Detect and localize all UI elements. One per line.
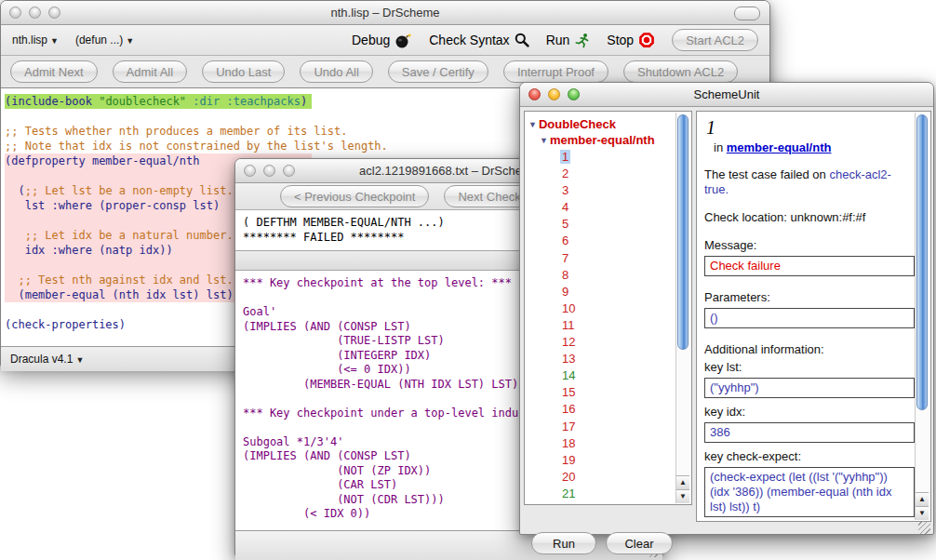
test-case-20[interactable]: 20 <box>560 469 689 486</box>
key-idx-field[interactable]: 386 <box>704 422 915 443</box>
minimize-button[interactable] <box>548 88 560 100</box>
test-detail: 1 in member-equal/nth The test case fail… <box>697 112 930 517</box>
tree-scrollbar[interactable]: ▲ ▼ <box>675 113 690 503</box>
test-case-18[interactable]: 18 <box>560 435 689 452</box>
detail-scrollbar[interactable]: ▲ ▼ <box>915 113 929 520</box>
test-case-number[interactable]: 7 <box>560 251 570 265</box>
language-dropdown[interactable]: Dracula v4.1▼ <box>10 353 84 366</box>
test-case-number[interactable]: 5 <box>560 217 570 231</box>
titlebar-schemeunit[interactable]: SchemeUnit <box>520 83 933 107</box>
test-case-16[interactable]: 16 <box>560 401 689 418</box>
key-check-expect-field[interactable]: (check-expect (let ((lst '("yyhhp")) (id… <box>704 467 915 517</box>
scroll-up-arrow[interactable]: ▲ <box>676 475 689 489</box>
test-case-number[interactable]: 14 <box>560 368 577 382</box>
message-field[interactable]: Check failure <box>704 256 915 276</box>
test-case-number[interactable]: 15 <box>560 385 577 399</box>
test-case-7[interactable]: 7 <box>560 250 689 267</box>
test-case-19[interactable]: 19 <box>560 452 689 469</box>
previous-checkpoint-button[interactable]: < Previous Checkpoint <box>280 185 429 207</box>
window-title-main: nth.lisp – DrScheme <box>330 6 439 20</box>
scroll-up-arrow[interactable]: ▲ <box>916 492 929 506</box>
tree-node-suite[interactable]: ▼member-equal/nth <box>528 132 689 148</box>
expand-triangle-icon[interactable]: ▼ <box>528 120 537 129</box>
key-lst-field[interactable]: ("yyhhp") <box>704 378 915 398</box>
test-case-number[interactable]: 13 <box>560 352 577 366</box>
zoom-button[interactable] <box>48 7 60 19</box>
test-case-14[interactable]: 14 <box>560 367 689 384</box>
test-case-number[interactable]: 9 <box>560 285 570 299</box>
scroll-down-arrow[interactable]: ▼ <box>676 489 689 503</box>
scrollbar-thumb[interactable] <box>916 114 928 410</box>
shutdown-acl2-button[interactable]: Shutdown ACL2 <box>623 60 738 83</box>
test-case-9[interactable]: 9 <box>560 284 689 300</box>
close-button[interactable] <box>244 165 256 177</box>
parameters-field[interactable]: () <box>704 308 915 328</box>
save-certify-button[interactable]: Save / Certify <box>388 60 488 83</box>
close-button[interactable] <box>528 88 541 100</box>
clear-button[interactable]: Clear <box>606 532 673 554</box>
window-controls-schemeunit <box>528 83 580 106</box>
additional-info-label: Additional information: <box>704 342 921 356</box>
test-case-3[interactable]: 3 <box>560 182 689 199</box>
debug-button[interactable]: Debug <box>352 33 412 48</box>
test-case-number[interactable]: 12 <box>560 335 577 349</box>
resize-grip-icon[interactable] <box>918 522 930 534</box>
test-case-number[interactable]: 6 <box>560 233 570 247</box>
test-case-number[interactable]: 21 <box>560 487 577 500</box>
suite-link[interactable]: member-equal/nth <box>727 140 832 154</box>
test-case-number[interactable]: 10 <box>560 301 577 315</box>
minimize-button[interactable] <box>263 165 275 177</box>
test-case-number[interactable]: 11 <box>560 318 577 332</box>
interrupt-proof-button[interactable]: Interrupt Proof <box>503 60 608 83</box>
test-case-4[interactable]: 4 <box>560 199 689 216</box>
test-case-10[interactable]: 10 <box>560 300 689 317</box>
close-button[interactable] <box>9 7 21 19</box>
test-case-8[interactable]: 8 <box>560 267 689 284</box>
check-syntax-button[interactable]: Check Syntax <box>429 33 528 47</box>
admit-all-button[interactable]: Admit All <box>113 60 188 83</box>
test-case-5[interactable]: 5 <box>560 216 689 233</box>
test-case-6[interactable]: 6 <box>560 233 689 249</box>
undo-all-button[interactable]: Undo All <box>300 60 372 83</box>
titlebar-main[interactable]: nth.lisp – DrScheme <box>1 1 769 25</box>
test-case-list: 123456789101112131415161718192021 <box>560 149 689 502</box>
test-case-number[interactable]: 3 <box>560 183 570 197</box>
test-case-number[interactable]: 8 <box>560 268 570 282</box>
test-case-number[interactable]: 1 <box>560 150 570 164</box>
file-dropdown[interactable]: nth.lisp▼ <box>12 33 59 47</box>
test-case-17[interactable]: 17 <box>560 419 689 435</box>
undo-last-button[interactable]: Undo Last <box>202 60 285 83</box>
run-label: Run <box>546 33 570 47</box>
test-case-number[interactable]: 2 <box>560 167 570 180</box>
test-case-1[interactable]: 1 <box>560 149 689 166</box>
test-case-21[interactable]: 21 <box>560 486 689 502</box>
test-case-13[interactable]: 13 <box>560 351 689 367</box>
run-tests-button[interactable]: Run <box>531 532 596 554</box>
test-case-number[interactable]: 4 <box>560 200 570 214</box>
zoom-button[interactable] <box>568 88 580 100</box>
test-case-15[interactable]: 15 <box>560 384 689 401</box>
defun-dropdown[interactable]: (defun ...)▼ <box>75 33 134 47</box>
collapse-widget[interactable] <box>734 7 760 20</box>
tree-root-label: DoubleCheck <box>539 117 616 131</box>
run-button[interactable]: Run <box>546 33 591 48</box>
scrollbar-thumb[interactable] <box>677 114 689 350</box>
admit-next-button[interactable]: Admit Next <box>10 60 98 83</box>
tree-node-doublecheck[interactable]: ▼DoubleCheck <box>528 116 689 132</box>
expand-triangle-icon[interactable]: ▼ <box>540 136 548 145</box>
scroll-down-arrow[interactable]: ▼ <box>916 506 929 520</box>
test-case-11[interactable]: 11 <box>560 317 689 334</box>
chevron-down-icon: ▼ <box>126 36 134 46</box>
test-case-2[interactable]: 2 <box>560 166 689 182</box>
test-case-number[interactable]: 19 <box>560 453 577 467</box>
test-case-12[interactable]: 12 <box>560 334 689 351</box>
stop-button[interactable]: Stop <box>607 32 655 48</box>
test-case-number[interactable]: 17 <box>560 420 577 433</box>
minimize-button[interactable] <box>29 7 41 19</box>
zoom-button[interactable] <box>283 165 295 177</box>
test-case-number[interactable]: 20 <box>560 470 577 484</box>
test-case-number[interactable]: 18 <box>560 436 577 450</box>
test-case-number[interactable]: 16 <box>560 402 577 416</box>
start-acl2-button[interactable]: Start ACL2 <box>672 29 758 51</box>
test-tree: ▼DoubleCheck ▼member-equal/nth 123456789… <box>525 112 691 502</box>
